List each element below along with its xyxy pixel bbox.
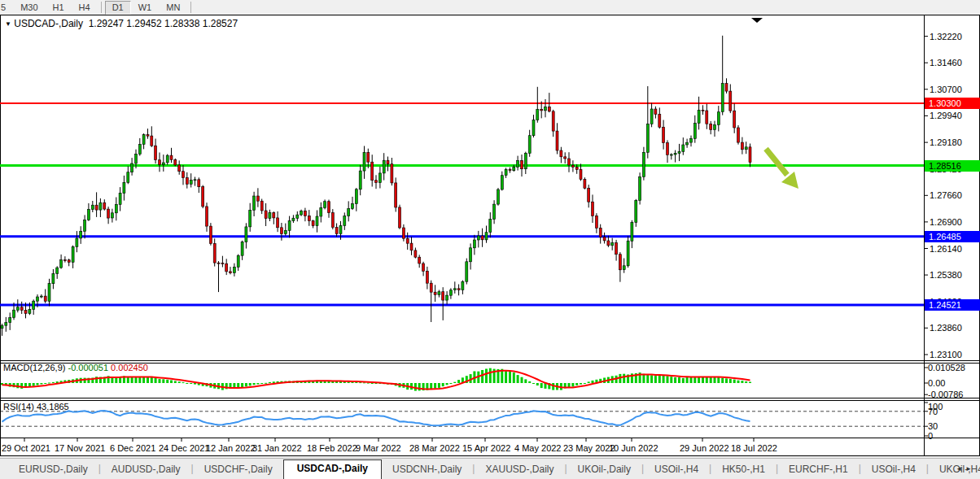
date-axis-label: 12 Jan 2022 [206, 443, 256, 453]
date-axis-label: 28 Mar 2022 [409, 443, 460, 453]
price-axis-tick: 1.29940 [930, 111, 962, 120]
date-axis-label: 9 Mar 2022 [356, 443, 401, 453]
macd-signal-value: 0.002450 [111, 363, 148, 372]
price-axis-tick: 1.26140 [930, 244, 962, 254]
date-axis-label: 29 Oct 2021 [2, 443, 50, 453]
timeframe-toolbar: 5M30H1H4D1W1MN [0, 0, 973, 15]
chevron-down-icon[interactable]: ▼ [5, 20, 11, 28]
symbol-tab-ukoildaily[interactable]: UKOil-,Daily [567, 461, 641, 479]
rsi-axis-tick: 0 [928, 431, 933, 441]
rsi-axis-tick: 70 [928, 407, 938, 416]
date-axis-label: 17 Nov 2021 [55, 443, 105, 453]
tab-scroll-right-icon: ► [965, 465, 975, 472]
price-axis-tick: 1.23860 [930, 323, 962, 333]
symbol-tab-usdcnhdaily[interactable]: USDCNH-,Daily [382, 461, 472, 479]
timeframe-button-5[interactable]: 5 [0, 1, 13, 15]
price-axis-tick: 1.30700 [930, 85, 962, 94]
toolbar-separator [190, 2, 191, 13]
price-axis-tick: 1.27660 [930, 190, 962, 200]
price-axis-tick: 1.32220 [930, 32, 962, 41]
date-axis-label: 4 May 2022 [514, 443, 561, 453]
symbol-tab-usoilh4[interactable]: USOil-,H4 [644, 461, 709, 479]
symbol-tab-bar: EURUSD-,Daily|AUDUSD-,Daily|USDCHF-,Dail… [0, 458, 980, 479]
price-level-badge: 1.30300 [925, 98, 980, 109]
tab-scroll-arrows[interactable]: ◄► [956, 465, 975, 472]
price-level-badge: 1.26485 [925, 231, 980, 242]
symbol-tab-audusddaily[interactable]: AUDUSD-,Daily [101, 461, 191, 479]
timeframe-button-h1[interactable]: H1 [46, 1, 72, 15]
timeframe-button-w1[interactable]: W1 [131, 1, 160, 15]
sell-arrow-annotation [766, 149, 798, 189]
price-axis-tick: 1.26900 [930, 217, 962, 227]
date-axis-label: 18 Feb 2022 [307, 443, 357, 453]
rsi-indicator-label: RSI(14) 43.1865 [3, 402, 69, 412]
price-level-badge: 1.24521 [925, 299, 980, 311]
chart-ohlc-values: 1.29247 1.29452 1.28338 1.28527 [89, 18, 238, 29]
symbol-tab-eurchfh1[interactable]: EURCHF-,H1 [778, 461, 859, 479]
date-axis-label: 6 Dec 2021 [110, 443, 155, 453]
chart-title: ▼ USDCAD-,Daily 1.29247 1.29452 1.28338 … [5, 18, 238, 29]
rsi-axis-tick: 30 [928, 421, 938, 431]
macd-name: MACD(12,26,9) [3, 363, 65, 372]
macd-indicator-label: MACD(12,26,9) -0.000051 0.002450 [3, 363, 148, 372]
price-axis-tick: 1.23100 [930, 350, 962, 359]
tab-scroll-left-icon: ◄ [956, 465, 965, 472]
timeframe-button-m30[interactable]: M30 [13, 1, 45, 15]
chart-symbol-label: USDCAD-,Daily [14, 18, 83, 29]
toolbar-separator [101, 2, 102, 13]
chart-canvas[interactable] [0, 15, 980, 456]
date-axis-label: 29 Jun 2022 [680, 443, 729, 453]
symbol-tab-eurusddaily[interactable]: EURUSD-,Daily [8, 461, 98, 479]
date-axis-label: 23 May 2022 [563, 443, 615, 453]
timeframe-button-d1[interactable]: D1 [105, 1, 131, 15]
price-level-badge: 1.28516 [925, 160, 980, 172]
symbol-tab-usoilh4[interactable]: USOil-,H4 [861, 461, 926, 479]
macd-axis-tick: 0.00 [928, 378, 945, 388]
symbol-tab-xauusddaily[interactable]: XAUUSD-,Daily [475, 461, 564, 479]
price-axis-tick: 1.25380 [930, 270, 962, 280]
rsi-name: RSI(14) [3, 402, 34, 412]
price-axis-tick: 1.29180 [930, 137, 962, 147]
macd-axis-tick: 0.010528 [928, 363, 965, 372]
price-axis-tick: 1.31460 [930, 58, 962, 67]
timeframe-button-h4[interactable]: H4 [72, 1, 98, 15]
date-axis-label: 15 Apr 2022 [462, 443, 510, 453]
date-axis-label: 10 Jun 2022 [609, 443, 658, 453]
symbol-tab-hk50h1[interactable]: HK50-,H1 [711, 461, 776, 479]
symbol-tab-usdchfdaily[interactable]: USDCHF-,Daily [194, 461, 283, 479]
date-axis-label: 18 Jul 2022 [731, 443, 777, 453]
chart-window: ▼ USDCAD-,Daily 1.29247 1.29452 1.28338 … [0, 15, 980, 456]
rsi-value: 43.1865 [37, 402, 69, 412]
date-axis-label: 31 Jan 2022 [252, 443, 302, 453]
timeframe-button-mn[interactable]: MN [159, 1, 187, 15]
chart-shift-marker [751, 18, 763, 23]
macd-axis-tick: -0.00786 [928, 390, 963, 399]
macd-main-value: -0.000051 [68, 363, 108, 372]
symbol-tab-usdcaddaily[interactable]: USDCAD-,Daily [283, 459, 382, 479]
mt4-window: 5M30H1H4D1W1MN ▼ USDCAD-,Daily 1.29247 1… [0, 0, 980, 479]
date-axis-label: 24 Dec 2021 [159, 443, 209, 453]
